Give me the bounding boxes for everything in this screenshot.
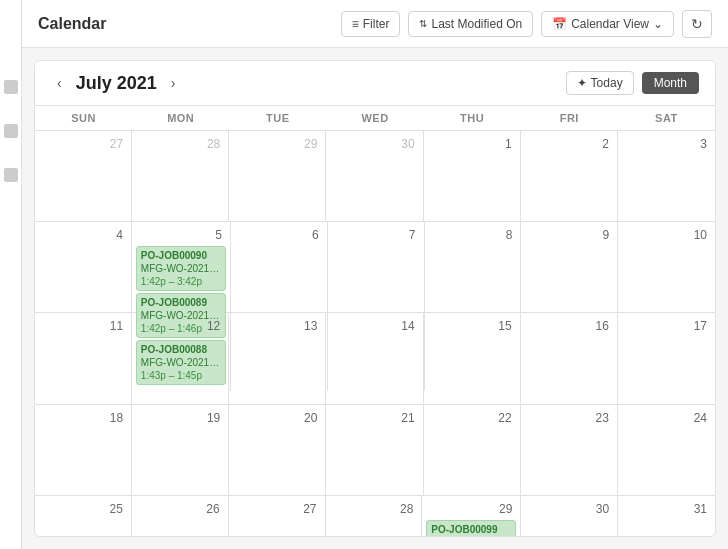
week-row-1: 45PO-JOB00090MFG-WO-2021-0(1:42p – 3:42p… bbox=[35, 222, 715, 313]
day-cell-w4-d5[interactable]: 30 bbox=[521, 496, 618, 537]
day-cell-w0-d3[interactable]: 30 bbox=[326, 131, 423, 221]
event-time: 1:42p – 3:42p bbox=[141, 275, 221, 288]
day-number: 21 bbox=[330, 409, 418, 427]
sort-button[interactable]: ⇅ Last Modified On bbox=[408, 11, 533, 37]
day-number: 7 bbox=[332, 226, 420, 244]
day-header-mon: MON bbox=[132, 106, 229, 130]
day-number: 18 bbox=[39, 409, 127, 427]
day-cell-w2-d0[interactable]: 11 bbox=[35, 313, 132, 403]
day-number: 13 bbox=[233, 317, 321, 335]
day-number: 28 bbox=[136, 135, 224, 153]
day-cell-w0-d5[interactable]: 2 bbox=[521, 131, 618, 221]
header-actions: ≡ Filter ⇅ Last Modified On 📅 Calendar V… bbox=[341, 10, 712, 38]
day-number: 14 bbox=[330, 317, 418, 335]
day-number: 1 bbox=[428, 135, 516, 153]
day-cell-w4-d2[interactable]: 27 bbox=[229, 496, 326, 537]
sidebar bbox=[0, 0, 22, 549]
day-cell-w3-d0[interactable]: 18 bbox=[35, 405, 132, 495]
event-title: PO-JOB00089 bbox=[141, 296, 221, 309]
day-cell-w3-d1[interactable]: 19 bbox=[132, 405, 229, 495]
month-view-button[interactable]: Month bbox=[642, 72, 699, 94]
refresh-button[interactable]: ↻ bbox=[682, 10, 712, 38]
day-number: 5 bbox=[136, 226, 226, 244]
prev-icon: ‹ bbox=[57, 75, 62, 91]
day-number: 9 bbox=[525, 226, 613, 244]
filter-button[interactable]: ≡ Filter bbox=[341, 11, 401, 37]
day-cell-w2-d4[interactable]: 15 bbox=[424, 313, 521, 403]
today-button[interactable]: ✦ Today bbox=[566, 71, 634, 95]
refresh-icon: ↻ bbox=[691, 16, 703, 32]
day-number: 19 bbox=[136, 409, 224, 427]
day-headers-row: SUN MON TUE WED THU FRI SAT bbox=[35, 106, 715, 131]
day-header-fri: FRI bbox=[521, 106, 618, 130]
main-content: Calendar ≡ Filter ⇅ Last Modified On 📅 C… bbox=[22, 0, 728, 549]
day-number: 25 bbox=[39, 500, 127, 518]
view-button[interactable]: 📅 Calendar View ⌄ bbox=[541, 11, 674, 37]
top-header: Calendar ≡ Filter ⇅ Last Modified On 📅 C… bbox=[22, 0, 728, 48]
day-cell-w3-d4[interactable]: 22 bbox=[424, 405, 521, 495]
day-header-sat: SAT bbox=[618, 106, 715, 130]
calendar-icon: 📅 bbox=[552, 17, 567, 31]
sidebar-icon-2[interactable] bbox=[4, 124, 18, 138]
day-number: 22 bbox=[428, 409, 516, 427]
day-number: 4 bbox=[39, 226, 127, 244]
event-subtitle: MFG-WO-2021-0( bbox=[141, 262, 221, 275]
day-cell-w2-d5[interactable]: 16 bbox=[521, 313, 618, 403]
day-number: 26 bbox=[136, 500, 224, 518]
sidebar-icon-1[interactable] bbox=[4, 80, 18, 94]
day-cell-w2-d6[interactable]: 17 bbox=[618, 313, 715, 403]
day-number: 6 bbox=[235, 226, 323, 244]
week-row-3: 18192021222324 bbox=[35, 405, 715, 496]
day-number: 27 bbox=[233, 500, 321, 518]
week-row-2: 11121314151617 bbox=[35, 313, 715, 404]
day-number: 28 bbox=[330, 500, 418, 518]
day-cell-w4-d4[interactable]: 29PO-JOB00099MFG-WO-2021-0(3:34p – 3:3..… bbox=[422, 496, 521, 537]
day-number: 2 bbox=[525, 135, 613, 153]
next-icon: › bbox=[171, 75, 176, 91]
week-row-0: 27282930123 bbox=[35, 131, 715, 222]
filter-icon: ≡ bbox=[352, 17, 359, 31]
day-number: 12 bbox=[136, 317, 224, 335]
day-cell-w4-d6[interactable]: 31 bbox=[618, 496, 715, 537]
day-number: 24 bbox=[622, 409, 711, 427]
calendar-header-right: ✦ Today Month bbox=[566, 71, 699, 95]
day-cell-w4-d3[interactable]: 28 bbox=[326, 496, 423, 537]
day-header-wed: WED bbox=[326, 106, 423, 130]
page-title: Calendar bbox=[38, 15, 341, 33]
day-number: 30 bbox=[525, 500, 613, 518]
day-number: 20 bbox=[233, 409, 321, 427]
day-cell-w0-d4[interactable]: 1 bbox=[424, 131, 521, 221]
day-cell-w0-d0[interactable]: 27 bbox=[35, 131, 132, 221]
day-cell-w0-d2[interactable]: 29 bbox=[229, 131, 326, 221]
day-cell-w2-d3[interactable]: 14 bbox=[326, 313, 423, 403]
day-number: 8 bbox=[429, 226, 517, 244]
day-number: 30 bbox=[330, 135, 418, 153]
day-number: 17 bbox=[622, 317, 711, 335]
event-1-1-0[interactable]: PO-JOB00090MFG-WO-2021-0(1:42p – 3:42p bbox=[136, 246, 226, 291]
day-number: 16 bbox=[525, 317, 613, 335]
event-title: PO-JOB00090 bbox=[141, 249, 221, 262]
calendar-grid: SUN MON TUE WED THU FRI SAT 272829301234… bbox=[35, 106, 715, 537]
day-cell-w4-d0[interactable]: 25 bbox=[35, 496, 132, 537]
day-cell-w4-d1[interactable]: 26 bbox=[132, 496, 229, 537]
day-cell-w3-d6[interactable]: 24 bbox=[618, 405, 715, 495]
day-cell-w2-d2[interactable]: 13 bbox=[229, 313, 326, 403]
sidebar-icon-3[interactable] bbox=[4, 168, 18, 182]
day-number: 31 bbox=[622, 500, 711, 518]
next-month-button[interactable]: › bbox=[165, 73, 182, 93]
day-cell-w3-d2[interactable]: 20 bbox=[229, 405, 326, 495]
event-4-4-0[interactable]: PO-JOB00099MFG-WO-2021-0(3:34p – 3:3... bbox=[426, 520, 516, 537]
day-cell-w3-d3[interactable]: 21 bbox=[326, 405, 423, 495]
month-title: July 2021 bbox=[76, 73, 157, 94]
day-cell-w3-d5[interactable]: 23 bbox=[521, 405, 618, 495]
event-title: PO-JOB00099 bbox=[431, 523, 511, 536]
chevron-down-icon: ⌄ bbox=[653, 17, 663, 31]
day-cell-w0-d1[interactable]: 28 bbox=[132, 131, 229, 221]
day-number: 29 bbox=[233, 135, 321, 153]
day-cell-w2-d1[interactable]: 12 bbox=[132, 313, 229, 403]
today-star-icon: ✦ bbox=[577, 76, 587, 90]
prev-month-button[interactable]: ‹ bbox=[51, 73, 68, 93]
event-subtitle: MFG-WO-2021-0( bbox=[431, 536, 511, 537]
day-cell-w0-d6[interactable]: 3 bbox=[618, 131, 715, 221]
day-number: 29 bbox=[426, 500, 516, 518]
